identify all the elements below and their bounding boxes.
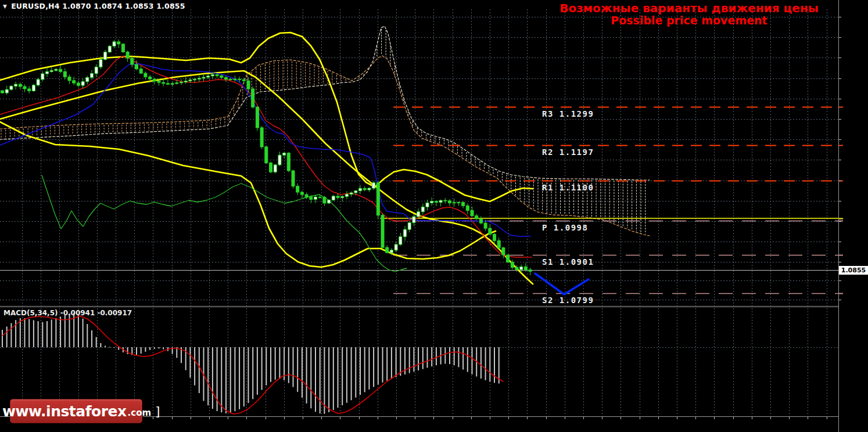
- macd-histogram-bar: [346, 347, 347, 403]
- candle-body: [126, 52, 129, 58]
- macd-histogram-bar: [427, 347, 428, 368]
- macd-histogram-bar: [444, 347, 446, 363]
- candle-body: [292, 171, 295, 186]
- candle-body: [234, 79, 236, 80]
- candle-body: [421, 207, 424, 211]
- candle-body: [15, 84, 17, 86]
- macd-histogram-bar: [212, 347, 213, 409]
- macd-histogram-bar: [431, 347, 432, 366]
- candle-body: [354, 191, 357, 193]
- macd-histogram-bar: [261, 347, 263, 390]
- candle-body: [193, 79, 196, 80]
- watermark-bracket-open: [: [0, 404, 1, 419]
- macd-histogram-bar: [96, 337, 97, 347]
- macd-histogram-bar: [145, 347, 146, 352]
- macd-histogram-bar: [436, 347, 437, 365]
- candle-body: [229, 79, 232, 80]
- macd-histogram-bar: [248, 347, 249, 403]
- candle-body: [95, 67, 98, 73]
- candle-body: [394, 244, 397, 250]
- chikou-span-line: [42, 175, 407, 272]
- macd-histogram-bar: [91, 330, 92, 347]
- candle-body: [435, 201, 437, 203]
- candle-body: [139, 69, 142, 73]
- macd-histogram-bar: [239, 347, 240, 409]
- macd-histogram-bar: [310, 347, 311, 408]
- macd-histogram-bar: [10, 323, 12, 347]
- candle-body: [300, 192, 303, 195]
- macd-histogram-bar: [368, 347, 370, 390]
- macd-histogram-bar: [6, 326, 8, 347]
- macd-histogram-bar: [199, 347, 200, 393]
- macd-histogram-bar: [494, 347, 495, 383]
- macd-histogram-bar: [78, 314, 79, 347]
- macd-histogram-bar: [28, 319, 30, 347]
- macd-histogram-bar: [42, 322, 43, 347]
- macd-histogram-bar: [83, 319, 84, 347]
- candle-body: [457, 203, 460, 203]
- candle-body: [345, 194, 348, 196]
- candle-body: [19, 84, 21, 87]
- macd-histogram-bar: [230, 347, 231, 413]
- candle-body: [180, 82, 183, 82]
- candle-body: [113, 42, 116, 46]
- macd-histogram-bar: [270, 347, 271, 382]
- candle-body: [59, 69, 62, 71]
- macd-histogram-bar: [333, 347, 334, 410]
- price-axis[interactable]: 1.15401.14851.14301.13751.13201.12651.12…: [839, 0, 868, 432]
- macd-histogram-bar: [288, 347, 289, 383]
- candle-body: [399, 237, 402, 244]
- candle-body: [323, 197, 326, 203]
- candle-body: [37, 80, 40, 85]
- macd-histogram-bar: [400, 347, 401, 376]
- candle-body: [479, 219, 482, 223]
- macd-histogram-bar: [355, 347, 356, 398]
- candle-body: [318, 197, 321, 197]
- watermark-tld: .com: [128, 408, 152, 418]
- macd-histogram-bar: [194, 347, 195, 386]
- macd-histogram-bar: [373, 347, 374, 387]
- macd-histogram-bar: [279, 347, 280, 379]
- chart-canvas[interactable]: [0, 0, 868, 432]
- candle-body: [484, 223, 487, 228]
- candle-body: [489, 228, 492, 234]
- macd-histogram-bar: [100, 343, 101, 347]
- annotation-line-ru: Возможные варианты движения цены: [517, 2, 861, 15]
- macd-histogram-bar: [20, 318, 21, 347]
- analyst-annotation: Возможные варианты движения цены Possibl…: [517, 2, 861, 27]
- candle-body: [121, 44, 124, 52]
- candle-body: [341, 196, 344, 197]
- macd-histogram-bar: [396, 347, 397, 377]
- candle-body: [10, 86, 13, 89]
- pivot-label-r1: R1 1.1100: [542, 183, 594, 192]
- macd-histogram-bar: [480, 347, 482, 379]
- macd-histogram-bar: [284, 347, 285, 380]
- candle-body: [493, 234, 496, 240]
- symbol-dropdown-icon[interactable]: ▼: [3, 3, 7, 9]
- candle-body: [153, 79, 156, 81]
- trading-chart-window: ▼EURUSD,H4 1.0870 1.0874 1.0853 1.0855 В…: [0, 0, 868, 432]
- candle-body: [359, 188, 362, 190]
- candle-body: [55, 69, 58, 70]
- candle-body: [225, 78, 228, 80]
- candle-body: [417, 212, 420, 217]
- macd-histogram-bar: [485, 347, 486, 380]
- candle-body: [376, 183, 379, 215]
- macd-histogram-bar: [489, 347, 490, 381]
- macd-histogram-bar: [33, 320, 34, 347]
- annotation-line-en: Possible price movement: [517, 15, 861, 27]
- candle-body: [86, 77, 89, 81]
- macd-histogram-bar: [221, 347, 222, 412]
- candle-body: [287, 153, 290, 171]
- candle-body: [73, 81, 76, 83]
- watermark-domain: www.instaforex: [2, 403, 127, 420]
- macd-histogram-bar: [351, 347, 352, 400]
- macd-histogram-bar: [382, 347, 383, 383]
- macd-histogram-bar: [217, 347, 218, 411]
- candle-body: [363, 188, 366, 189]
- macd-histogram-bar: [293, 347, 294, 387]
- candle-body: [41, 74, 44, 80]
- candle-body: [296, 186, 299, 192]
- macd-histogram-bar: [243, 347, 245, 406]
- macd-histogram-bar: [38, 321, 39, 347]
